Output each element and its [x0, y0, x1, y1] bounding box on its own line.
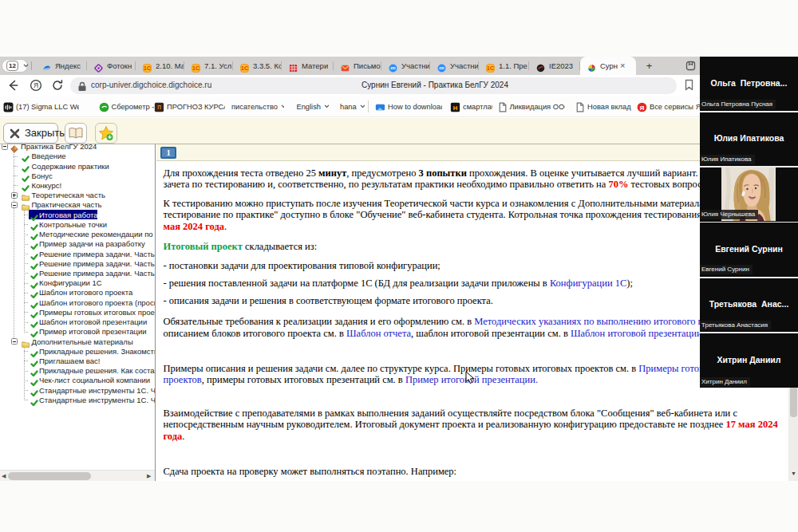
- tree-item[interactable]: Решение примера задачи. Часть 1: [0, 249, 155, 258]
- tree-check-icon: [30, 376, 38, 384]
- text-run: , шаблон итоговой презентации см. в: [411, 328, 571, 339]
- tree-item[interactable]: Шаблон итогового проекта (просмо: [0, 298, 155, 307]
- tree-item[interactable]: Конкурс!: [0, 180, 155, 190]
- browser-tab[interactable]: 1С3.3.5. Ко: [233, 57, 282, 75]
- browser-tab[interactable]: zmУчастни: [381, 57, 430, 75]
- tree-item[interactable]: Практика БелГУ 2024: [0, 144, 155, 152]
- scroll-right-icon[interactable]: ▶: [147, 473, 151, 479]
- tree-item[interactable]: Прикладные решения. Как состави: [0, 366, 155, 376]
- tab-counter[interactable]: 12: [2, 59, 28, 73]
- course-tree: Практика БелГУ 2024ВведениеСодержание пр…: [0, 144, 155, 470]
- text-run: - решения поставленной задачи на платфор…: [164, 278, 550, 289]
- yandex-services-icon[interactable]: Я: [30, 79, 42, 92]
- tree-item[interactable]: Методические рекомендации по вы: [0, 230, 155, 239]
- bookmark-label: Ликвидация ООО: [510, 103, 565, 111]
- text-run: - постановки задачи для проектирования т…: [164, 260, 440, 271]
- page-number-button[interactable]: 1: [160, 147, 176, 159]
- participant-caption: Хитрин Даниил: [700, 377, 750, 387]
- browser-tab[interactable]: Матери: [282, 57, 334, 75]
- browser-tab[interactable]: 1С1.1. Пре: [479, 57, 529, 75]
- tree-item[interactable]: Стандартные инструменты 1С. Час: [0, 395, 155, 404]
- tree-item[interactable]: Примеры готовых итоговых проекто: [0, 307, 155, 317]
- close-button[interactable]: Закрыть: [3, 123, 58, 144]
- bookmark-item[interactable]: How to download: [375, 100, 442, 113]
- bookmark-item[interactable]: hana: [340, 100, 365, 113]
- tree-item[interactable]: Стандартные инструменты 1С. Час: [0, 385, 155, 395]
- content-link[interactable]: Шаблон отчета: [346, 328, 411, 339]
- participant-name: Юлия Ипатикова: [700, 133, 798, 143]
- tree-item[interactable]: Чек-лист социальной компании: [0, 376, 155, 385]
- tree-item-label: Практика БелГУ 2024: [21, 144, 97, 152]
- tree-item[interactable]: Контрольные точки: [0, 219, 155, 229]
- bookmark-item[interactable]: писательство: [231, 100, 284, 113]
- bookmark-item[interactable]: (17) Sigma LLC We: [3, 100, 79, 113]
- browser-tab[interactable]: IE2023: [529, 57, 580, 75]
- tree-expander-minus[interactable]: [2, 144, 8, 150]
- tree-expander-minus[interactable]: [11, 202, 18, 208]
- bookmark-item[interactable]: ППРОГНОЗ КУРСА: [154, 100, 225, 113]
- tree-item[interactable]: Приглашаем вас!: [0, 356, 155, 365]
- bookmark-item[interactable]: English: [297, 100, 329, 113]
- browser-tab[interactable]: 1С2.10. Ма: [136, 57, 184, 75]
- tree-item[interactable]: Дополнительные материалы: [0, 337, 155, 346]
- favorites-button[interactable]: [95, 123, 117, 144]
- bookmark-item[interactable]: Ликвидация ООО: [497, 100, 565, 113]
- text-run: непосредственным научным руководителем. …: [164, 419, 726, 430]
- tree-item[interactable]: Содержание практики: [0, 161, 155, 171]
- content-link[interactable]: Конфигурации 1С: [550, 278, 626, 289]
- browser-tab[interactable]: Сурн×: [580, 57, 636, 75]
- tree-connector-dash: [24, 351, 29, 352]
- tree-item[interactable]: Пример итоговой презентации: [0, 327, 155, 337]
- tree-item[interactable]: Решение примера задачи. Часть 3: [0, 268, 155, 278]
- horizontal-scroll-thumb[interactable]: [8, 472, 91, 480]
- text-run: зачета по тестированию и, соответственно…: [164, 179, 609, 190]
- tree-expander-plus[interactable]: [11, 192, 18, 199]
- browser-tab[interactable]: Яндекс: [35, 57, 87, 75]
- tree-item[interactable]: Введение: [0, 152, 155, 161]
- tree-expander-minus[interactable]: [11, 338, 18, 345]
- reload-icon[interactable]: [51, 79, 64, 92]
- bookmark-item[interactable]: Сберометр - курс: [99, 100, 154, 113]
- browser-tab[interactable]: Фотокн: [87, 57, 136, 75]
- tree-item[interactable]: Шаблон итогового проекта: [0, 288, 155, 298]
- content-link[interactable]: Шаблон итоговой презентации: [571, 328, 702, 339]
- bookmark-flag-icon[interactable]: [684, 79, 694, 91]
- tree-item[interactable]: Пример задачи на разработку: [0, 239, 155, 249]
- back-icon[interactable]: [6, 79, 19, 92]
- participant-name: Ольга Петровна...: [700, 78, 798, 88]
- tab-close-icon[interactable]: ×: [620, 61, 625, 70]
- address-bar[interactable]: corp-univer.digchoice.digchoice.ru Сурни…: [70, 77, 677, 94]
- bookmark-item[interactable]: Нсмартлаб: [450, 100, 492, 113]
- content-link[interactable]: Методических указаниях по выполнению ито…: [474, 316, 731, 327]
- tree-check-icon: [22, 162, 30, 170]
- tree-item[interactable]: Теоретическая часть: [0, 191, 155, 200]
- bookmark-item[interactable]: ЯВсе сервисы Янд: [637, 100, 700, 113]
- tree-item[interactable]: Решение примера задачи. Часть 2: [0, 258, 155, 268]
- tabbar-divider: [31, 61, 32, 70]
- tab-favicon-photo-icon: [94, 61, 103, 70]
- tree-connector-dash: [24, 224, 29, 225]
- bookmark-item[interactable]: Новая вкладка: [575, 100, 631, 113]
- scroll-down-icon[interactable]: ▼: [791, 471, 796, 476]
- text-run: года: [164, 431, 183, 442]
- tree-item[interactable]: Конфигурации 1С: [0, 278, 155, 288]
- new-tab-button[interactable]: +: [642, 59, 656, 73]
- bookmark-wave-icon: [3, 101, 14, 112]
- browser-tab[interactable]: zmУчастни: [430, 57, 479, 75]
- browser-tab[interactable]: 1С7.1. Усл: [184, 57, 233, 75]
- tree-connector-dash: [14, 175, 18, 176]
- tree-check-icon: [30, 230, 38, 238]
- text-run: 3 попытки: [419, 167, 467, 179]
- tree-item[interactable]: Практическая часть: [0, 200, 155, 210]
- tab-stacks-icon[interactable]: [685, 60, 697, 72]
- tree-item[interactable]: Шаблон итоговой презентации: [0, 317, 155, 327]
- browser-tab[interactable]: Письмо: [334, 57, 381, 75]
- text-run: 17 мая 2024: [725, 419, 777, 430]
- scroll-left-icon[interactable]: ◀: [2, 473, 6, 479]
- tree-item[interactable]: Бонус: [0, 171, 155, 180]
- contents-button[interactable]: [65, 123, 87, 144]
- tree-connector-dash: [24, 273, 29, 274]
- participant-caption: Третьякова Анастасия: [700, 321, 771, 330]
- content-link[interactable]: проектов: [164, 374, 202, 385]
- sidebar-horizontal-scrollbar[interactable]: ◀ ▶: [0, 470, 155, 481]
